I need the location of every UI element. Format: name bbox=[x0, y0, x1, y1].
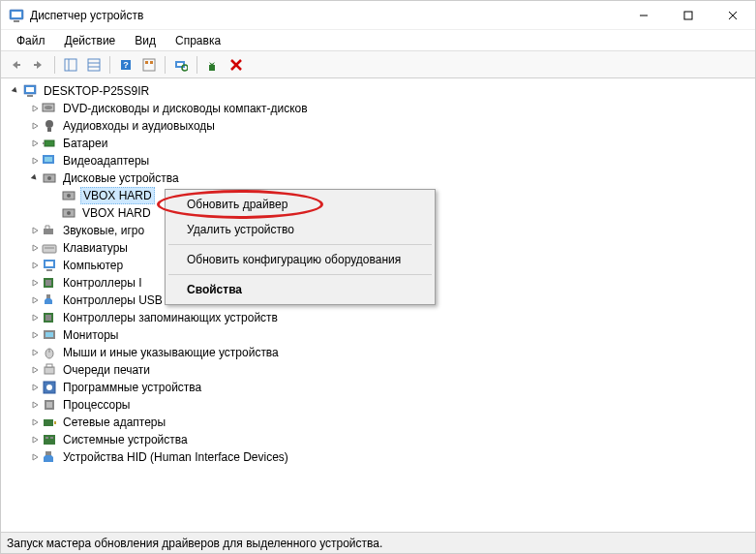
category-icon bbox=[42, 223, 57, 238]
tree-category-label: Компьютер bbox=[61, 258, 125, 273]
svg-rect-63 bbox=[44, 435, 55, 445]
show-hide-tree-button[interactable] bbox=[60, 54, 81, 76]
expand-arrow-icon[interactable] bbox=[28, 137, 42, 150]
menu-bar: Файл Действие Вид Справка bbox=[1, 30, 755, 51]
tree-category[interactable]: Программные устройства bbox=[28, 379, 751, 396]
svg-point-35 bbox=[47, 176, 51, 180]
tree-category[interactable]: Контроллеры запоминающих устройств bbox=[28, 309, 751, 326]
tree-category[interactable]: Процессоры bbox=[28, 396, 751, 414]
disk-icon bbox=[61, 205, 76, 221]
expand-arrow-icon[interactable] bbox=[28, 259, 42, 272]
svg-rect-60 bbox=[46, 402, 52, 408]
expand-arrow-icon[interactable] bbox=[28, 381, 42, 394]
menu-view[interactable]: Вид bbox=[125, 32, 166, 49]
tree-category-label: Программные устройства bbox=[61, 380, 203, 395]
toolbar-separator bbox=[54, 56, 55, 74]
scan-hardware-button[interactable] bbox=[170, 54, 192, 76]
tree-category-label: Контроллеры запоминающих устройств bbox=[61, 310, 280, 325]
expand-arrow-icon[interactable] bbox=[28, 102, 42, 115]
maximize-button[interactable] bbox=[666, 1, 711, 30]
back-button[interactable] bbox=[5, 54, 26, 76]
ctx-scan-hardware[interactable]: Обновить конфигурацию оборудования bbox=[167, 247, 433, 272]
expand-arrow-icon[interactable] bbox=[28, 276, 42, 290]
category-icon bbox=[42, 136, 57, 151]
tree-category[interactable]: Устройства HID (Human Interface Devices) bbox=[28, 448, 751, 466]
svg-rect-4 bbox=[684, 12, 692, 19]
expand-arrow-icon[interactable] bbox=[28, 433, 42, 446]
svg-point-37 bbox=[67, 194, 71, 198]
expand-arrow-icon[interactable] bbox=[28, 154, 42, 168]
tree-category-label: Контроллеры USB bbox=[61, 292, 165, 308]
category-icon bbox=[42, 240, 57, 256]
tree-category[interactable]: Видеоадаптеры bbox=[28, 152, 751, 169]
tree-category[interactable]: Сетевые адаптеры bbox=[28, 414, 751, 431]
svg-rect-66 bbox=[45, 451, 51, 455]
ctx-properties[interactable]: Свойства bbox=[167, 277, 433, 302]
tree-category[interactable]: Дисковые устройства bbox=[28, 169, 751, 187]
tree-category[interactable]: Очереди печати bbox=[28, 361, 751, 379]
svg-rect-40 bbox=[44, 229, 53, 234]
tree-category[interactable]: Системные устройства bbox=[28, 431, 751, 448]
tree-category-label: Очереди печати bbox=[61, 362, 152, 378]
tree-root-node[interactable]: DESKTOP-P25S9IR bbox=[9, 82, 751, 100]
category-icon bbox=[42, 397, 57, 413]
uninstall-button[interactable] bbox=[226, 54, 247, 76]
category-icon bbox=[42, 362, 57, 378]
forward-button[interactable] bbox=[28, 54, 49, 76]
category-icon bbox=[42, 345, 57, 360]
expand-arrow-icon[interactable] bbox=[28, 224, 42, 237]
expand-arrow-icon[interactable] bbox=[28, 450, 42, 464]
expand-arrow-icon[interactable] bbox=[28, 311, 42, 324]
tree-category[interactable]: Мониторы bbox=[28, 326, 751, 344]
svg-point-28 bbox=[45, 120, 53, 128]
tree-category-label: Системные устройства bbox=[61, 432, 190, 447]
tree-category[interactable]: Мыши и иные указывающие устройства bbox=[28, 344, 751, 361]
expand-arrow-icon[interactable] bbox=[28, 398, 42, 412]
update-driver-toolbar-button[interactable] bbox=[202, 54, 224, 76]
status-text: Запуск мастера обновления драйверов для … bbox=[7, 537, 382, 550]
tree-category-label: Звуковые, игро bbox=[61, 223, 146, 238]
svg-rect-29 bbox=[47, 128, 51, 132]
expand-arrow-icon[interactable] bbox=[28, 416, 42, 429]
expand-arrow-icon[interactable] bbox=[28, 241, 42, 255]
expand-arrow-icon[interactable] bbox=[9, 84, 22, 98]
tree-category-label: Дисковые устройства bbox=[61, 170, 181, 186]
menu-action[interactable]: Действие bbox=[55, 32, 126, 49]
expand-arrow-icon[interactable] bbox=[28, 346, 42, 359]
expand-arrow-icon[interactable] bbox=[28, 119, 42, 133]
expand-arrow-icon[interactable] bbox=[28, 363, 42, 377]
ctx-remove-device[interactable]: Удалить устройство bbox=[167, 217, 433, 242]
category-icon bbox=[42, 327, 57, 343]
window-title: Диспетчер устройств bbox=[30, 9, 621, 22]
menu-help[interactable]: Справка bbox=[166, 32, 230, 49]
computer-icon bbox=[22, 83, 38, 99]
svg-rect-16 bbox=[150, 61, 153, 64]
action-button[interactable] bbox=[138, 54, 160, 76]
expand-arrow-icon[interactable] bbox=[28, 171, 42, 185]
svg-rect-31 bbox=[43, 142, 45, 144]
category-icon bbox=[42, 292, 57, 308]
tree-category[interactable]: DVD-дисководы и дисководы компакт-дисков bbox=[28, 100, 751, 117]
tree-category-label: Процессоры bbox=[61, 397, 133, 413]
expand-arrow-icon[interactable] bbox=[28, 293, 42, 307]
category-icon bbox=[42, 170, 57, 186]
menu-file[interactable]: Файл bbox=[7, 32, 55, 49]
tree-category-label: Клавиатуры bbox=[61, 240, 130, 256]
tree-device-label: VBOX HARD bbox=[80, 205, 153, 221]
ctx-separator bbox=[168, 244, 432, 245]
close-button[interactable] bbox=[711, 1, 755, 30]
tree-category-label: Батареи bbox=[61, 136, 109, 151]
tree-category[interactable]: Аудиовходы и аудиовыходы bbox=[28, 117, 751, 135]
properties-button[interactable] bbox=[83, 54, 105, 76]
category-icon bbox=[42, 449, 57, 465]
ctx-update-driver[interactable]: Обновить драйвер bbox=[167, 192, 433, 217]
minimize-button[interactable] bbox=[621, 1, 666, 30]
tree-category-label: Видеоадаптеры bbox=[61, 153, 151, 169]
tree-category[interactable]: Батареи bbox=[28, 135, 751, 152]
device-tree[interactable]: DESKTOP-P25S9IR DVD-дисководы и дисковод… bbox=[1, 78, 755, 532]
help-button[interactable]: ? bbox=[115, 54, 136, 76]
svg-point-58 bbox=[46, 385, 52, 390]
expand-arrow-icon[interactable] bbox=[28, 328, 42, 342]
svg-rect-55 bbox=[45, 367, 54, 374]
category-icon bbox=[42, 258, 57, 273]
